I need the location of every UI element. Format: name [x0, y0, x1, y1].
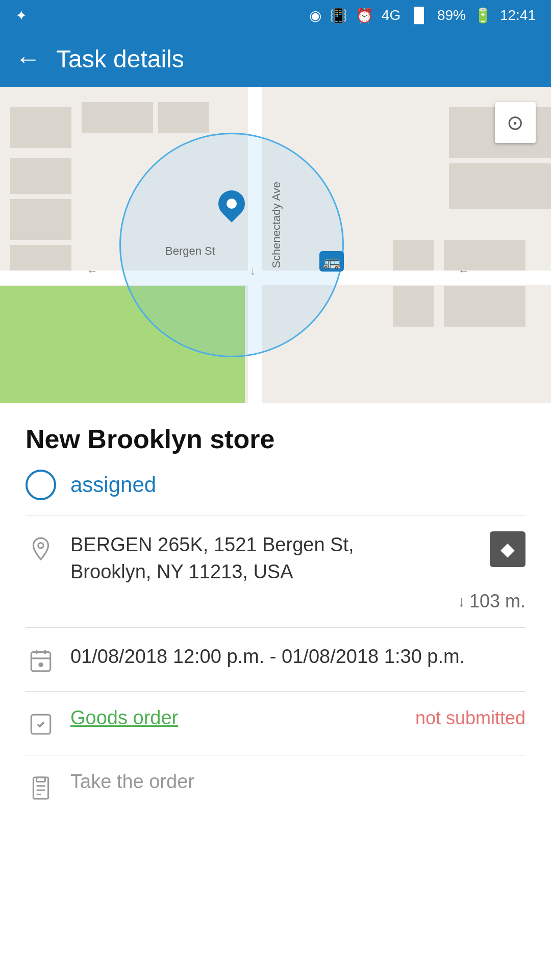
distance-row: ↓ 103 m.	[26, 591, 525, 612]
goods-order-status: not submitted	[415, 707, 525, 729]
building	[449, 163, 551, 209]
building	[158, 102, 209, 133]
building	[82, 102, 153, 133]
goods-order-content: Goods order not submitted	[70, 707, 525, 729]
app-bar: ← Task details	[0, 31, 551, 87]
down-arrow-icon: ↓	[458, 593, 465, 610]
building	[10, 107, 71, 148]
building	[393, 286, 434, 327]
alarm-icon: ⏰	[356, 7, 373, 24]
divider-3	[26, 691, 525, 692]
task-title: New Brooklyn store	[26, 424, 525, 454]
radius-circle	[119, 133, 344, 357]
arrow-left-2: ←	[458, 264, 469, 278]
satellite-icon: ✦	[15, 7, 27, 24]
map-view[interactable]: 🚌 Bergen St Schenectady Ave ← ↓ ← ⊙	[0, 87, 551, 403]
address-text: BERGEN 265K, 1521 Bergen St, Brooklyn, N…	[70, 531, 475, 585]
building	[444, 286, 525, 327]
status-circle-icon	[26, 470, 56, 500]
status-label: assigned	[70, 473, 156, 497]
clock: 12:41	[500, 7, 536, 23]
clipboard-icon	[26, 773, 56, 803]
location-icon-detail	[26, 533, 56, 564]
building	[10, 158, 71, 194]
checklist-icon	[26, 709, 56, 740]
goods-order-link[interactable]: Goods order	[70, 707, 178, 729]
divider-2	[26, 627, 525, 628]
building	[10, 199, 71, 240]
address-actions: ◆	[490, 531, 525, 567]
map-pin	[216, 190, 247, 226]
goods-order-row: Goods order not submitted	[26, 707, 525, 740]
svg-rect-1	[31, 652, 51, 672]
battery-percent: 89%	[437, 7, 466, 23]
schenectady-label: Schenectady Ave	[270, 182, 283, 268]
arrow-left: ←	[87, 264, 98, 278]
svg-rect-7	[33, 778, 48, 799]
arrow-down-road: ↓	[250, 264, 256, 278]
distance-text: ↓ 103 m.	[458, 591, 525, 612]
divider-4	[26, 755, 525, 755]
status-row: assigned	[26, 470, 525, 500]
bergen-st-label: Bergen St	[165, 244, 215, 258]
navigate-icon: ◆	[500, 538, 515, 560]
bus-stop-icon: 🚌	[319, 251, 344, 272]
address-content: BERGEN 265K, 1521 Bergen St, Brooklyn, N…	[70, 531, 475, 585]
datetime-content: 01/08/2018 12:00 p.m. - 01/08/2018 1:30 …	[70, 643, 525, 670]
vibrate-icon: 📳	[330, 7, 347, 24]
divider-1	[26, 516, 525, 516]
location-button[interactable]: ⊙	[495, 102, 536, 143]
crosshair-icon: ⊙	[507, 111, 524, 134]
battery-icon: 🔋	[474, 7, 492, 24]
signal-icon: ▐▌	[409, 7, 429, 23]
back-button[interactable]: ←	[15, 46, 41, 71]
calendar-icon	[26, 645, 56, 676]
datetime-text: 01/08/2018 12:00 p.m. - 01/08/2018 1:30 …	[70, 643, 525, 670]
status-bar: ✦ ◉ 📳 ⏰ 4G ▐▌ 89% 🔋 12:41	[0, 0, 551, 31]
address-row: BERGEN 265K, 1521 Bergen St, Brooklyn, N…	[26, 531, 525, 585]
page-title: Task details	[56, 45, 184, 73]
network-type: 4G	[382, 7, 400, 23]
datetime-row: 01/08/2018 12:00 p.m. - 01/08/2018 1:30 …	[26, 643, 525, 676]
svg-point-0	[38, 543, 43, 548]
svg-rect-8	[37, 778, 45, 782]
location-icon: ◉	[309, 7, 321, 24]
task-details-content: New Brooklyn store assigned BERGEN 265K,…	[0, 403, 551, 829]
svg-point-5	[39, 664, 42, 667]
navigate-button[interactable]: ◆	[490, 531, 525, 567]
take-order-row: Take the order	[26, 771, 525, 803]
take-order-content: Take the order	[70, 771, 525, 793]
take-order-text: Take the order	[70, 771, 194, 792]
